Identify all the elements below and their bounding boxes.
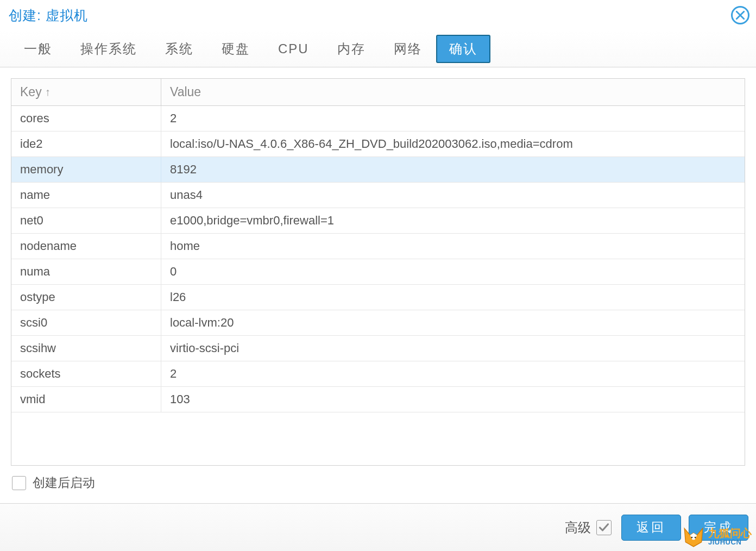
grid-body: cores2ide2local:iso/U-NAS_4.0.6_X86-64_Z… [11,106,745,465]
table-row[interactable]: scsi0local-lvm:20 [11,310,745,336]
back-button[interactable]: 返回 [621,515,681,541]
cell-value: l26 [161,285,745,310]
cell-key: nodename [11,234,161,259]
table-row[interactable]: ostypel26 [11,285,745,310]
tab-general[interactable]: 一般 [10,34,66,64]
column-header-value-label: Value [170,85,201,99]
summary-grid: Key ↑ Value cores2ide2local:iso/U-NAS_4.… [11,78,745,466]
cell-key: ostype [11,285,161,310]
cell-key: vmid [11,387,161,412]
advanced-toggle[interactable]: 高级 [565,519,612,536]
check-icon [598,522,609,533]
cell-key: cores [11,106,161,131]
cell-value: 8192 [161,157,745,182]
cell-value: unas4 [161,183,745,208]
wizard-tabs: 一般 操作系统 系统 硬盘 CPU 内存 网络 确认 [0,30,756,67]
close-button[interactable] [731,6,749,24]
cell-key: scsi0 [11,310,161,335]
sort-asc-icon: ↑ [45,86,51,98]
advanced-label: 高级 [565,519,591,536]
tab-system[interactable]: 系统 [151,34,207,64]
tab-disk[interactable]: 硬盘 [207,34,264,64]
table-row[interactable]: nameunas4 [11,183,745,208]
column-header-key-label: Key [20,85,42,99]
finish-button[interactable]: 完成 [689,515,748,541]
start-after-create-checkbox[interactable] [12,476,26,490]
grid-header: Key ↑ Value [11,79,745,106]
start-after-create-label: 创建后启动 [33,474,95,491]
tab-memory[interactable]: 内存 [323,34,380,64]
column-header-key[interactable]: Key ↑ [11,79,161,105]
cell-value: 2 [161,361,745,386]
dialog-titlebar: 创建: 虚拟机 [0,0,756,30]
dialog-footer: 高级 返回 完成 九狐问心 JIUHUCN [0,503,756,551]
advanced-checkbox[interactable] [596,520,612,535]
table-row[interactable]: cores2 [11,106,745,132]
table-row[interactable]: memory8192 [11,157,745,183]
create-vm-dialog: 创建: 虚拟机 一般 操作系统 系统 硬盘 CPU 内存 网络 确认 Key ↑ [0,0,756,551]
cell-key: scsihw [11,336,161,361]
dialog-title: 创建: 虚拟机 [9,7,88,24]
cell-key: memory [11,157,161,182]
cell-key: net0 [11,208,161,233]
table-row[interactable]: sockets2 [11,361,745,387]
cell-value: home [161,234,745,259]
cell-value: e1000,bridge=vmbr0,firewall=1 [161,208,745,233]
cell-value: virtio-scsi-pci [161,336,745,361]
table-row[interactable]: scsihwvirtio-scsi-pci [11,336,745,361]
table-row[interactable]: vmid103 [11,387,745,412]
tab-network[interactable]: 网络 [380,34,436,64]
tab-cpu[interactable]: CPU [264,35,323,63]
start-after-create-row: 创建后启动 [11,466,745,497]
cell-key: ide2 [11,132,161,156]
close-icon [735,10,745,20]
cell-value: 103 [161,387,745,412]
table-row[interactable]: numa0 [11,259,745,285]
table-row[interactable]: nodenamehome [11,234,745,259]
cell-value: local:iso/U-NAS_4.0.6_X86-64_ZH_DVD_buil… [161,132,745,156]
tab-confirm[interactable]: 确认 [436,35,490,63]
table-row[interactable]: ide2local:iso/U-NAS_4.0.6_X86-64_ZH_DVD_… [11,132,745,157]
cell-value: 2 [161,106,745,131]
cell-value: local-lvm:20 [161,310,745,335]
tab-os[interactable]: 操作系统 [66,34,151,64]
grid-filler [11,412,745,429]
table-row[interactable]: net0e1000,bridge=vmbr0,firewall=1 [11,208,745,234]
cell-key: numa [11,259,161,284]
cell-value: 0 [161,259,745,284]
confirm-panel: Key ↑ Value cores2ide2local:iso/U-NAS_4.… [0,67,756,503]
column-header-value[interactable]: Value [161,79,745,105]
cell-key: name [11,183,161,208]
cell-key: sockets [11,361,161,386]
